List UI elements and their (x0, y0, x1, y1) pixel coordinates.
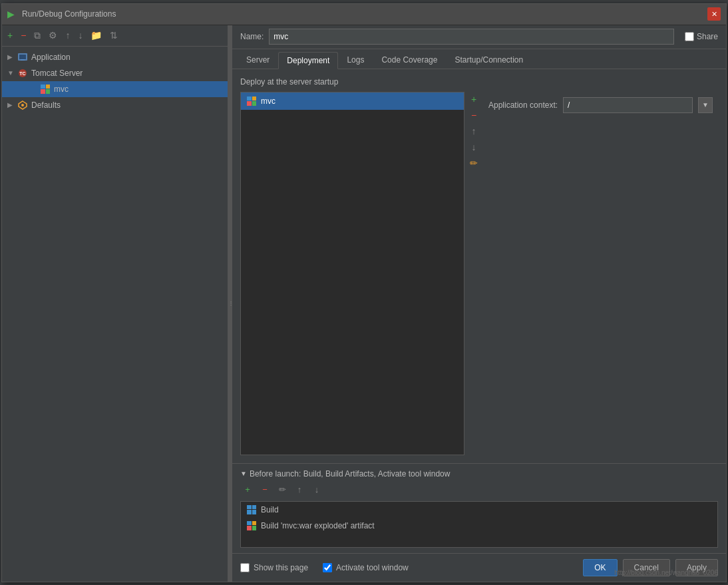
activate-window-label: Activate tool window (336, 563, 409, 572)
before-launch-toolbar: + − ✏ ↑ ↓ (240, 483, 718, 497)
deploy-label: Deploy at the server startup (240, 77, 718, 87)
share-area: Share (685, 32, 718, 41)
settings-config-button[interactable]: ⚙ (46, 29, 60, 41)
before-launch-label: Before launch: Build, Build Artifacts, A… (250, 469, 451, 479)
show-page-row: Show this page Activate tool window (240, 563, 583, 572)
app-context-dropdown[interactable]: ▼ (698, 97, 713, 113)
tree-item-tomcat[interactable]: ▼ TC Tomcat Server (2, 65, 228, 81)
tree-item-mvc[interactable]: mvc (2, 81, 228, 97)
svg-rect-1 (19, 55, 26, 59)
deploy-list: mvc (240, 92, 464, 455)
bl-remove-button[interactable]: − (258, 483, 272, 497)
before-launch-header: ▼ Before launch: Build, Build Artifacts,… (240, 469, 718, 479)
ok-button[interactable]: OK (583, 559, 617, 576)
mvc-icon (39, 83, 51, 95)
app-context-area: Application context: ▼ (483, 92, 718, 455)
folder-config-button[interactable]: 📁 (88, 29, 104, 41)
before-launch-arrow[interactable]: ▼ (240, 470, 247, 477)
tree-item-application[interactable]: ▶ Application (2, 49, 228, 65)
bl-item-build-artifact[interactable]: Build 'mvc:war exploded' artifact (241, 518, 717, 534)
before-launch-section: ▼ Before launch: Build, Build Artifacts,… (232, 463, 726, 553)
tree-item-defaults[interactable]: ▶ Defaults (2, 97, 228, 113)
svg-rect-2 (21, 59, 25, 61)
activate-window-checkbox[interactable] (323, 563, 332, 572)
mvc-label: mvc (54, 85, 69, 94)
deploy-item-mvc[interactable]: mvc (241, 93, 464, 110)
remove-config-button[interactable]: − (18, 29, 29, 41)
tabs-bar: Server Deployment Logs Code Coverage Sta… (232, 49, 726, 69)
deploy-move-down-button[interactable]: ↓ (466, 140, 481, 154)
close-button[interactable]: ✕ (707, 7, 721, 21)
footer: Show this page Activate tool window OK C… (232, 553, 726, 582)
main-content: + − ⧉ ⚙ ↑ ↓ 📁 ⇅ ▶ (2, 25, 726, 582)
bl-item-build-label: Build (261, 505, 279, 514)
tab-server[interactable]: Server (238, 51, 278, 69)
bl-item-build-icon (246, 504, 257, 515)
deploy-item-mvc-label: mvc (261, 97, 275, 106)
deployment-tab-content: Deploy at the server startup mvc (232, 69, 726, 463)
defaults-icon (17, 99, 29, 111)
deploy-list-container: mvc (240, 92, 464, 455)
bl-item-build[interactable]: Build (241, 502, 717, 518)
app-context-label: Application context: (488, 100, 558, 110)
title-bar: ▶ Run/Debug Configurations ✕ (2, 4, 726, 25)
app-context-input[interactable] (563, 97, 693, 113)
bl-move-down-button[interactable]: ↓ (309, 483, 324, 497)
name-input[interactable] (269, 29, 674, 45)
tree-arrow-tomcat: ▼ (7, 69, 17, 77)
deploy-area: mvc + − ↑ ↓ ✏ Application context: (240, 92, 718, 455)
bl-edit-button[interactable]: ✏ (275, 483, 289, 497)
bl-move-up-button[interactable]: ↑ (292, 483, 307, 497)
watermark: http://blog.csdn.net/wanghao_0206 (614, 569, 718, 576)
defaults-label: Defaults (31, 100, 61, 110)
svg-text:TC: TC (19, 71, 25, 76)
deploy-remove-button[interactable]: − (466, 108, 481, 122)
show-page-label: Show this page (254, 563, 308, 572)
left-panel: + − ⧉ ⚙ ↑ ↓ 📁 ⇅ ▶ (2, 25, 228, 582)
config-tree: ▶ Application ▼ (2, 47, 228, 582)
tree-arrow-defaults: ▶ (7, 101, 17, 108)
bl-item-artifact-label: Build 'mvc:war exploded' artifact (261, 521, 375, 530)
app-context-row: Application context: ▼ (488, 97, 713, 113)
dialog-title: Run/Debug Configurations (22, 9, 707, 19)
share-checkbox[interactable] (685, 32, 694, 41)
application-label: Application (31, 53, 71, 62)
name-bar: Name: Share (232, 25, 726, 49)
before-launch-list: Build Build 'mvc:war exploded' artifact (240, 501, 718, 548)
tomcat-label: Tomcat Server (31, 69, 83, 78)
show-page-checkbox[interactable] (240, 563, 250, 572)
tab-startup-connection[interactable]: Startup/Connection (446, 51, 532, 69)
tab-logs[interactable]: Logs (338, 51, 373, 69)
share-label: Share (697, 32, 718, 41)
bl-item-artifact-icon (246, 520, 257, 531)
deploy-item-mvc-icon (246, 96, 257, 106)
left-toolbar: + − ⧉ ⚙ ↑ ↓ 📁 ⇅ (2, 25, 228, 47)
sort-config-button[interactable]: ⇅ (107, 29, 120, 41)
application-icon (17, 51, 29, 63)
tab-deployment[interactable]: Deployment (278, 52, 338, 69)
right-panel: Name: Share Server Deployment Logs (232, 25, 726, 582)
svg-point-6 (21, 104, 24, 106)
tree-arrow-application: ▶ (7, 53, 17, 61)
deploy-actions: + − ↑ ↓ ✏ (464, 92, 483, 455)
move-down-config-button[interactable]: ↓ (75, 29, 85, 41)
add-config-button[interactable]: + (5, 29, 15, 41)
deploy-edit-button[interactable]: ✏ (466, 156, 481, 170)
bl-add-button[interactable]: + (240, 483, 255, 497)
tab-code-coverage[interactable]: Code Coverage (373, 51, 446, 69)
copy-config-button[interactable]: ⧉ (31, 29, 43, 41)
run-debug-dialog: ▶ Run/Debug Configurations ✕ + − ⧉ ⚙ ↑ ↓… (1, 3, 727, 582)
dialog-icon: ▶ (7, 9, 18, 19)
name-label: Name: (240, 32, 264, 41)
deploy-add-button[interactable]: + (466, 92, 481, 106)
deploy-move-up-button[interactable]: ↑ (466, 124, 481, 138)
tomcat-icon: TC (17, 67, 29, 79)
move-up-config-button[interactable]: ↑ (63, 29, 73, 41)
